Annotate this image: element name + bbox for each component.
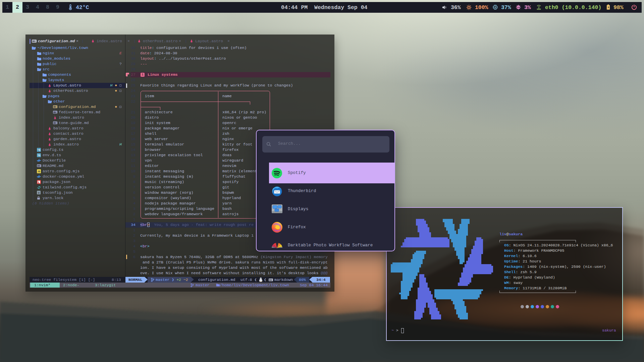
- svg-text:TS: TS: [38, 154, 41, 157]
- svg-text:JS: JS: [38, 170, 41, 173]
- svg-text:{}: {}: [38, 191, 40, 194]
- svg-text:GN: GN: [517, 6, 520, 8]
